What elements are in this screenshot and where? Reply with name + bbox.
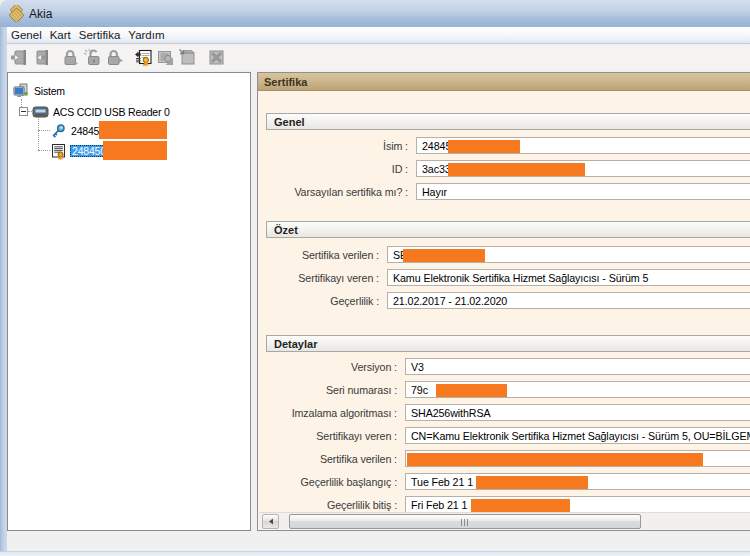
menu-item-genel[interactable]: Genel [7, 28, 46, 42]
field-label: Varsayılan sertifika mı? : [258, 186, 408, 198]
field-value-sertifika-verilen[interactable]: SE [387, 246, 750, 263]
field-text: 21.02.2017 - 21.02.2020 [393, 295, 507, 307]
redaction-block [403, 249, 485, 262]
toolbar-button-delete-certificate[interactable] [205, 47, 227, 69]
tree-line [21, 99, 22, 107]
menu-item-yardim[interactable]: Yardım [124, 28, 168, 42]
certificate-panel: Sertifika Genel İsim : 24845 ID : 3ac33 … [257, 72, 750, 531]
field-text: SHA256withRSA [411, 407, 491, 419]
toolbar-button-eject-card[interactable] [30, 47, 52, 69]
field-value-versiyon[interactable]: V3 [405, 358, 750, 375]
field-label: Sertifikayı veren : [259, 272, 379, 284]
tree-item-label: 24845 [71, 125, 99, 137]
tree-item-certificate[interactable]: 248450 [50, 142, 107, 160]
field-text: 24845 [422, 140, 451, 152]
field-text: 79c [411, 384, 428, 396]
device-tree: Sistem ACS CCID USB Reader 0 24 [8, 73, 250, 530]
horizontal-scrollbar[interactable] [259, 512, 750, 529]
system-icon [13, 83, 29, 99]
scrollbar-thumb[interactable] [289, 514, 641, 529]
field-text: 3ac33 [422, 163, 451, 175]
menu-item-kart[interactable]: Kart [46, 28, 75, 42]
field-value-sertifikayi-veren-detay[interactable]: CN=Kamu Elektronik Sertifika Hizmet Sağl… [405, 427, 750, 444]
key-icon [50, 123, 66, 139]
field-label: Versiyon : [257, 361, 397, 373]
field-value-id[interactable]: 3ac33 [416, 160, 750, 177]
section-title: Detaylar [274, 338, 317, 350]
tree-line [38, 116, 39, 150]
tree-line [38, 150, 50, 151]
certificate-icon [50, 143, 67, 160]
unlock-card-icon [83, 48, 102, 67]
tree-expander[interactable] [19, 107, 28, 116]
tree-item-label: Sistem [34, 85, 65, 97]
app-icon [8, 5, 25, 22]
redaction-block [448, 140, 520, 153]
import-certificate-icon [178, 48, 197, 67]
redaction-block [407, 453, 703, 466]
window-border-bottom [0, 551, 750, 556]
toolbar-button-change-pin[interactable] [103, 47, 125, 69]
device-tree-panel: Sistem ACS CCID USB Reader 0 24 [7, 72, 251, 531]
field-label: Sertifika verilen : [259, 249, 379, 261]
toolbar [7, 45, 750, 70]
toolbar-button-certificate-details[interactable] [154, 47, 176, 69]
certificate-panel-title: Sertifika [264, 76, 307, 88]
menubar: Genel Kart Sertifika Yardım [7, 27, 750, 44]
field-value-sertifika-verilen-detay[interactable] [405, 450, 750, 467]
field-label: Geçerlilik başlangıç : [257, 476, 397, 488]
tree-item-label: ACS CCID USB Reader 0 [53, 106, 170, 118]
change-pin-icon [105, 48, 124, 67]
card-reader-icon [32, 105, 49, 119]
akia-window: Akia Genel Kart Sertifika Yardım [0, 0, 750, 556]
scroll-left-arrow-icon [268, 518, 274, 525]
window-border-left [0, 27, 7, 551]
field-label: İsim : [258, 140, 408, 152]
field-value-gecerlilik[interactable]: 21.02.2017 - 21.02.2020 [387, 292, 750, 309]
tree-item-reader[interactable]: ACS CCID USB Reader 0 [32, 104, 170, 120]
field-value-isim[interactable]: 24845 [416, 137, 750, 154]
lock-card-icon [61, 48, 80, 67]
field-value-seri-numarasi[interactable]: 79c [405, 381, 750, 398]
section-header-ozet: Özet [266, 221, 750, 238]
field-label: Sertifika verilen : [257, 453, 397, 465]
toolbar-button-unlock-card[interactable] [81, 47, 103, 69]
window-title: Akia [29, 7, 52, 21]
section-title: Özet [274, 224, 298, 236]
tree-item-label: 248450 [70, 145, 107, 157]
field-label: Imzalama algoritması : [257, 407, 397, 419]
menu-item-sertifika[interactable]: Sertifika [75, 28, 125, 42]
field-text: Fri Feb 21 1 [411, 499, 467, 511]
insert-card-icon [10, 48, 29, 67]
tree-line [38, 130, 50, 131]
field-label: Sertifikayı veren : [257, 430, 397, 442]
certificate-details-icon [156, 48, 175, 67]
eject-card-icon [32, 48, 51, 67]
field-text: Tue Feb 21 1 [411, 476, 473, 488]
toolbar-button-import-certificate[interactable] [176, 47, 198, 69]
field-value-sertifikayi-veren[interactable]: Kamu Elektronik Sertifika Hizmet Sağlayı… [387, 269, 750, 286]
tree-item-key[interactable]: 24845 [50, 123, 99, 139]
toolbar-button-lock-card[interactable] [59, 47, 81, 69]
redaction-block [436, 384, 507, 397]
toolbar-button-insert-card[interactable] [8, 47, 30, 69]
view-certificate-icon [134, 48, 153, 67]
redaction-block [448, 163, 585, 176]
field-value-imzalama[interactable]: SHA256withRSA [405, 404, 750, 421]
field-value-varsayilan[interactable]: Hayır [416, 183, 750, 200]
scrollbar-grip [461, 519, 470, 526]
field-value-gecerlilik-baslangic[interactable]: Tue Feb 21 1 [405, 473, 750, 490]
field-text: V3 [411, 361, 424, 373]
statusbar [7, 531, 750, 551]
section-header-detaylar: Detaylar [266, 335, 750, 352]
tree-item-sistem[interactable]: Sistem [13, 83, 65, 99]
redaction-block [103, 141, 167, 160]
field-label: Geçerlilik : [259, 295, 379, 307]
scroll-left-button[interactable] [262, 514, 279, 529]
toolbar-button-view-certificate[interactable] [132, 47, 154, 69]
field-label: ID : [258, 163, 408, 175]
delete-certificate-icon [207, 48, 226, 67]
redaction-block [476, 476, 588, 489]
field-text: Hayır [422, 186, 447, 198]
field-value-gecerlilik-bitis[interactable]: Fri Feb 21 1 [405, 496, 750, 513]
